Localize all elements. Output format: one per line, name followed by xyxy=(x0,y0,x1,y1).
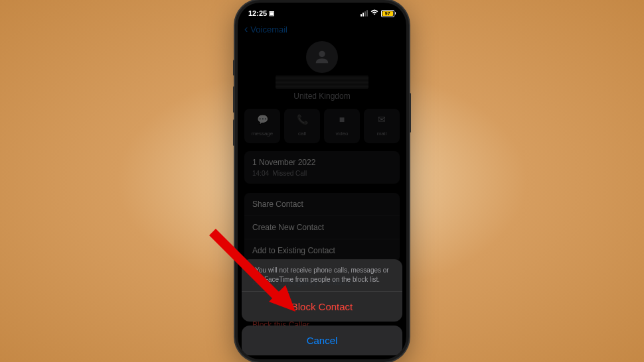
contact-location: United Kingdom xyxy=(244,91,400,101)
mute-switch xyxy=(233,60,235,76)
contact-actions-list: Share Contact Create New Contact Add to … xyxy=(244,193,400,262)
recent-call-entry: 14:04 Missed Call xyxy=(252,170,392,177)
action-sheet: You will not receive phone calls, messag… xyxy=(242,259,402,355)
location-icon: ▣ xyxy=(269,10,275,17)
svg-point-0 xyxy=(319,51,325,57)
contact-name xyxy=(244,76,400,89)
message-button[interactable]: 💬 message xyxy=(244,109,280,143)
volume-down xyxy=(233,119,235,146)
sheet-description: You will not receive phone calls, messag… xyxy=(242,259,402,292)
mail-icon: ✉ xyxy=(364,114,400,125)
contact-avatar xyxy=(306,41,338,73)
create-contact[interactable]: Create New Contact xyxy=(244,216,400,239)
phone-icon: 📞 xyxy=(284,114,320,125)
call-button[interactable]: 📞 call xyxy=(284,109,320,143)
status-time: 12:25 xyxy=(248,9,267,17)
recent-date: 1 November 2022 xyxy=(252,158,392,167)
signal-icon xyxy=(361,10,368,17)
video-button[interactable]: ■ video xyxy=(324,109,360,143)
chevron-left-icon: ‹ xyxy=(244,24,248,34)
cancel-button[interactable]: Cancel xyxy=(242,326,402,355)
mail-button[interactable]: ✉ mail xyxy=(364,109,400,143)
action-sheet-group: You will not receive phone calls, messag… xyxy=(242,259,402,322)
wifi-icon xyxy=(370,9,378,17)
battery-icon: 97 xyxy=(381,10,396,17)
notch xyxy=(285,3,359,17)
add-existing-contact[interactable]: Add to Existing Contact xyxy=(244,239,400,262)
recent-call-card: 1 November 2022 14:04 Missed Call xyxy=(244,151,400,184)
back-button[interactable]: ‹ Voicemail xyxy=(244,20,400,38)
block-contact-button[interactable]: Block Contact xyxy=(242,292,402,322)
redacted-name xyxy=(276,76,368,89)
back-label: Voicemail xyxy=(250,25,287,34)
power-button xyxy=(409,93,411,133)
video-icon: ■ xyxy=(324,114,360,125)
share-contact[interactable]: Share Contact xyxy=(244,193,400,216)
volume-up xyxy=(233,86,235,113)
message-icon: 💬 xyxy=(244,114,280,125)
phone-screen: 12:25 ▣ 97 ‹ Voicemail xyxy=(238,3,406,359)
phone-frame: 12:25 ▣ 97 ‹ Voicemail xyxy=(235,0,409,362)
